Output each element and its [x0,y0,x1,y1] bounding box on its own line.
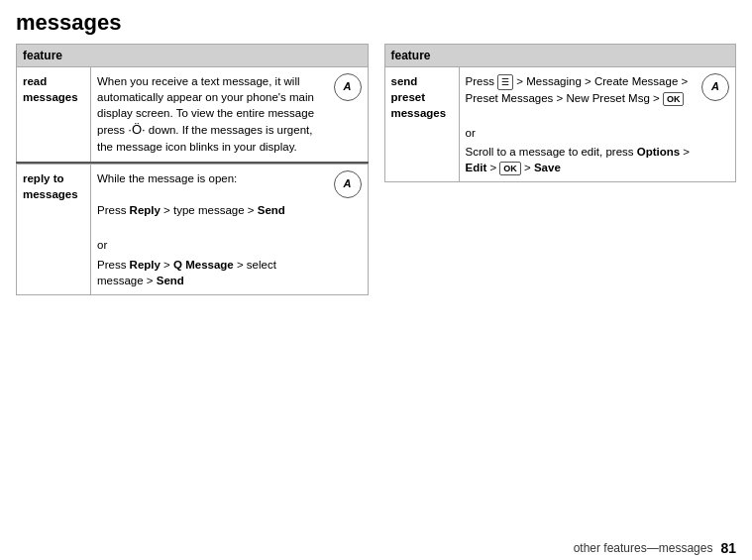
footer-page-number: 81 [720,540,736,556]
send-preset-content: Press ☰ > Messaging > Create Message > P… [459,67,736,182]
reply-messages-icon: A [334,170,362,198]
right-table: feature send preset messages Press ☰ > M… [384,44,737,182]
read-messages-content-inner: When you receive a text message, it will… [97,73,362,156]
right-table-header: feature [384,45,736,67]
footer: other features—messages 81 [0,532,752,560]
send-preset-label: send preset messages [384,67,459,182]
reply-messages-text: While the message is open: Press Reply >… [97,170,326,288]
left-table: feature read messages When you receive a… [16,44,369,295]
read-messages-label: read messages [17,67,91,163]
page-container: messages feature read messages When you … [0,0,752,532]
right-table-header-row: feature [384,45,736,67]
page-title: messages [16,10,736,36]
reply-messages-content: While the message is open: Press Reply >… [91,165,369,295]
menu-icon: ☰ [497,74,513,90]
left-table-header-row: feature [17,45,369,67]
read-messages-text: When you receive a text message, it will… [97,73,326,156]
ok-box-2: OK [499,162,521,175]
reply-messages-row: reply to messages While the message is o… [17,165,369,295]
read-messages-row: read messages When you receive a text me… [17,67,369,163]
send-preset-text: Press ☰ > Messaging > Create Message > P… [466,73,695,175]
read-messages-content: When you receive a text message, it will… [91,67,369,163]
read-messages-icon: A [334,73,362,101]
send-preset-content-inner: Press ☰ > Messaging > Create Message > P… [466,73,730,175]
footer-label: other features—messages [574,541,713,555]
reply-messages-content-inner: While the message is open: Press Reply >… [97,170,362,288]
left-table-header: feature [17,45,369,67]
reply-messages-label: reply to messages [17,165,91,295]
content-area: feature read messages When you receive a… [16,44,736,522]
send-preset-messages-row: send preset messages Press ☰ > Messaging… [384,67,736,182]
send-preset-icon: A [701,73,729,101]
ok-box-1: OK [663,92,685,106]
